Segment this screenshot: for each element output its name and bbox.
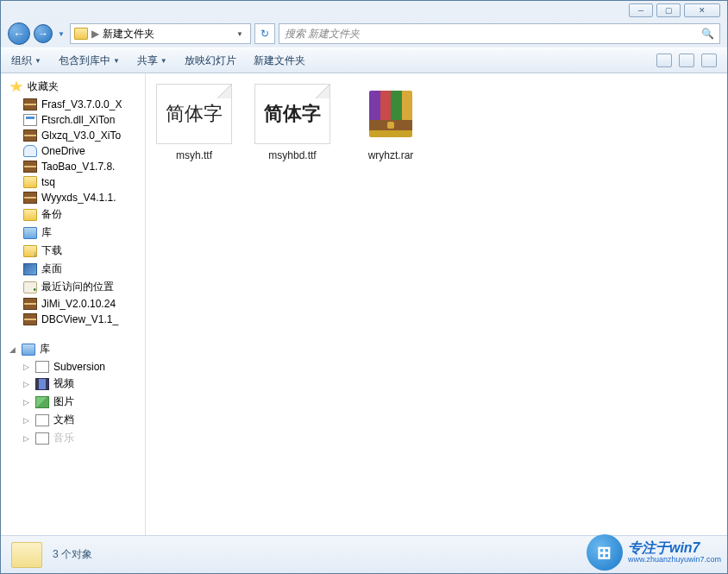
maximize-button[interactable]: ▢ xyxy=(656,3,681,17)
rar-icon xyxy=(369,91,412,137)
titlebar: ─ ▢ ✕ xyxy=(1,1,727,20)
sidebar-libraries-header[interactable]: ◢库 xyxy=(9,339,145,359)
status-text: 3 个对象 xyxy=(53,547,92,562)
sidebar-item[interactable]: 最近访问的位置 xyxy=(9,278,145,296)
help-button[interactable] xyxy=(701,54,717,67)
pic-icon xyxy=(35,396,49,408)
dogear-icon xyxy=(316,85,329,98)
font-thumbnail: 简体字 xyxy=(156,84,232,144)
sidebar-item[interactable]: Frasf_V3.7.0.0_X xyxy=(9,97,145,112)
sidebar-item-label: tsq xyxy=(41,176,55,188)
star-icon xyxy=(9,81,23,93)
sidebar-item[interactable]: JiMi_V2.0.10.24 xyxy=(9,296,145,312)
toolbar-slideshow[interactable]: 放映幻灯片 xyxy=(185,54,236,68)
sidebar[interactable]: 收藏夹Frasf_V3.7.0.0_XFtsrch.dll_XiTonGlxzq… xyxy=(1,73,146,535)
chevron-down-icon: ▼ xyxy=(113,57,120,65)
tree-expand-icon[interactable]: ▷ xyxy=(23,380,31,388)
folder-icon xyxy=(23,176,37,188)
tree-collapse-icon[interactable]: ◢ xyxy=(9,345,17,354)
sidebar-item-label: 视频 xyxy=(53,376,74,391)
sidebar-item[interactable]: 库 xyxy=(9,224,145,242)
sidebar-item-label: 备份 xyxy=(41,207,62,222)
toolbar-new-folder[interactable]: 新建文件夹 xyxy=(254,54,305,68)
file-item[interactable]: 简体字msyhbd.ttf xyxy=(251,84,334,161)
sidebar-item-label: Ftsrch.dll_XiTon xyxy=(41,114,115,126)
rar-icon xyxy=(23,161,37,173)
sidebar-item-label: Glxzq_V3.0_XiTo xyxy=(41,129,121,142)
download-icon xyxy=(23,245,37,257)
toolbar-share-label: 共享 xyxy=(137,54,158,68)
refresh-button[interactable]: ↻ xyxy=(254,23,275,44)
sidebar-item[interactable]: ▷图片 xyxy=(9,393,145,411)
file-item[interactable]: 简体字msyh.ttf xyxy=(153,84,235,161)
font-preview-text: 简体字 xyxy=(264,101,321,127)
nav-forward-button[interactable]: → xyxy=(34,24,53,43)
sidebar-item-label: 下载 xyxy=(41,243,62,258)
sidebar-item[interactable]: TaoBao_V1.7.8. xyxy=(9,159,145,174)
nav-history-dropdown[interactable]: ▼ xyxy=(56,24,66,43)
sidebar-item[interactable]: tsq xyxy=(9,174,145,190)
sidebar-item[interactable]: Wyyxds_V4.1.1. xyxy=(9,190,145,205)
toolbar-organize[interactable]: 组织 ▼ xyxy=(11,54,41,68)
toolbar-slideshow-label: 放映幻灯片 xyxy=(185,54,236,68)
file-item[interactable]: wryhzt.rar xyxy=(349,84,432,161)
sidebar-item-label: DBCView_V1.1_ xyxy=(41,313,118,325)
cloud-icon xyxy=(23,145,37,157)
tree-expand-icon[interactable]: ▷ xyxy=(23,434,31,443)
sidebar-item[interactable]: 桌面 xyxy=(9,260,145,278)
sidebar-item[interactable]: 备份 xyxy=(9,205,145,224)
sidebar-item[interactable]: Ftsrch.dll_XiTon xyxy=(9,112,145,128)
address-row: ← → ▼ ▶ 新建文件夹 ▼ ↻ 搜索 新建文件夹 🔍 xyxy=(1,20,727,47)
sidebar-item-label: 文档 xyxy=(53,413,74,427)
sidebar-item-label: 音乐 xyxy=(53,431,74,445)
breadcrumb-sep: ▶ xyxy=(91,28,99,40)
toolbar-include-in-library[interactable]: 包含到库中 ▼ xyxy=(59,54,120,68)
refresh-icon: ↻ xyxy=(260,28,269,40)
view-options-button[interactable] xyxy=(656,54,672,67)
body: 收藏夹Frasf_V3.7.0.0_XFtsrch.dll_XiTonGlxzq… xyxy=(1,73,727,535)
sidebar-item[interactable]: OneDrive xyxy=(9,143,145,159)
toolbar-organize-label: 组织 xyxy=(11,54,32,68)
chevron-down-icon: ▼ xyxy=(35,57,41,65)
arrow-right-icon: → xyxy=(38,28,48,40)
sidebar-item-label: Wyyxds_V4.1.1. xyxy=(41,192,116,204)
content-pane[interactable]: 简体字msyh.ttf简体字msyhbd.ttfwryhzt.rar xyxy=(146,73,727,535)
sidebar-item[interactable]: ▷视频 xyxy=(9,375,145,393)
sidebar-item[interactable]: 下载 xyxy=(9,242,145,260)
sidebar-favorites-header[interactable]: 收藏夹 xyxy=(9,77,145,97)
chevron-down-icon: ▼ xyxy=(160,57,167,65)
tree-expand-icon[interactable]: ▷ xyxy=(23,398,31,407)
sidebar-item-label: 最近访问的位置 xyxy=(41,280,114,294)
doc-icon xyxy=(35,414,49,426)
sidebar-item[interactable]: ▷Subversion xyxy=(9,359,145,375)
font-preview-text: 简体字 xyxy=(166,101,223,127)
sidebar-favorites-label: 收藏夹 xyxy=(28,79,59,94)
lib-icon xyxy=(23,227,37,239)
sys-icon xyxy=(23,114,37,126)
rar-icon xyxy=(23,313,37,325)
address-bar[interactable]: ▶ 新建文件夹 ▼ xyxy=(70,23,251,44)
nav-back-button[interactable]: ← xyxy=(8,22,30,45)
sidebar-item[interactable]: ▷文档 xyxy=(9,411,145,429)
arrow-left-icon: ← xyxy=(13,27,25,41)
sidebar-item[interactable]: Glxzq_V3.0_XiTo xyxy=(9,128,145,143)
minimize-button[interactable]: ─ xyxy=(629,3,653,17)
toolbar-share[interactable]: 共享 ▼ xyxy=(137,54,167,68)
search-box[interactable]: 搜索 新建文件夹 🔍 xyxy=(279,23,720,44)
folder-icon xyxy=(23,209,37,221)
sidebar-item[interactable]: ▷音乐 xyxy=(9,429,145,447)
doc-icon xyxy=(35,432,49,445)
video-icon xyxy=(35,378,49,390)
close-button[interactable]: ✕ xyxy=(684,3,720,17)
folder-icon xyxy=(11,542,42,568)
tree-expand-icon[interactable]: ▷ xyxy=(23,416,31,425)
rar-icon xyxy=(23,298,37,310)
sidebar-item[interactable]: DBCView_V1.1_ xyxy=(9,312,145,327)
preview-pane-button[interactable] xyxy=(679,54,694,67)
rar-icon xyxy=(23,98,37,110)
explorer-window: ─ ▢ ✕ ← → ▼ ▶ 新建文件夹 ▼ ↻ 搜索 新建文件夹 🔍 组织 ▼ xyxy=(0,0,728,574)
watermark: ⊞ 专注于win7 www.zhuanzhuyuwin7.com xyxy=(587,534,721,571)
breadcrumb-dropdown[interactable]: ▼ xyxy=(233,30,247,38)
tree-expand-icon[interactable]: ▷ xyxy=(23,363,31,371)
breadcrumb-folder[interactable]: 新建文件夹 xyxy=(103,27,154,41)
